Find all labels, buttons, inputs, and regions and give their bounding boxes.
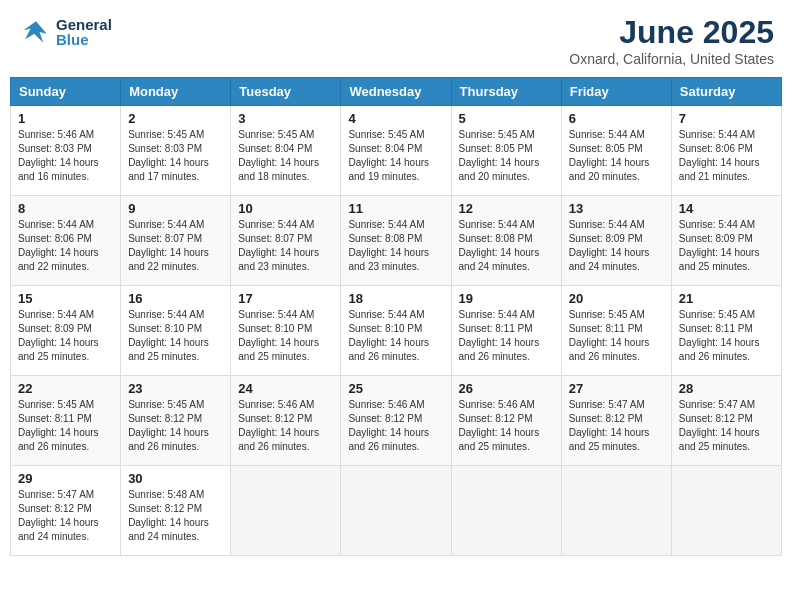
day-number: 23: [128, 381, 223, 396]
calendar-day-30: 30Sunrise: 5:48 AMSunset: 8:12 PMDayligh…: [121, 466, 231, 556]
day-info: Sunrise: 5:45 AMSunset: 8:12 PMDaylight:…: [128, 398, 223, 454]
calendar-week-3: 15Sunrise: 5:44 AMSunset: 8:09 PMDayligh…: [11, 286, 782, 376]
day-number: 12: [459, 201, 554, 216]
calendar-week-1: 1Sunrise: 5:46 AMSunset: 8:03 PMDaylight…: [11, 106, 782, 196]
day-info: Sunrise: 5:45 AMSunset: 8:03 PMDaylight:…: [128, 128, 223, 184]
calendar-day-4: 4Sunrise: 5:45 AMSunset: 8:04 PMDaylight…: [341, 106, 451, 196]
calendar-col-thursday: Thursday: [451, 78, 561, 106]
calendar-table: SundayMondayTuesdayWednesdayThursdayFrid…: [10, 77, 782, 556]
day-info: Sunrise: 5:44 AMSunset: 8:10 PMDaylight:…: [238, 308, 333, 364]
calendar-col-tuesday: Tuesday: [231, 78, 341, 106]
calendar-day-11: 11Sunrise: 5:44 AMSunset: 8:08 PMDayligh…: [341, 196, 451, 286]
calendar-col-friday: Friday: [561, 78, 671, 106]
day-number: 26: [459, 381, 554, 396]
day-number: 20: [569, 291, 664, 306]
day-info: Sunrise: 5:44 AMSunset: 8:09 PMDaylight:…: [18, 308, 113, 364]
title-section: June 2025 Oxnard, California, United Sta…: [569, 14, 774, 67]
month-title: June 2025: [569, 14, 774, 51]
calendar-day-15: 15Sunrise: 5:44 AMSunset: 8:09 PMDayligh…: [11, 286, 121, 376]
day-number: 8: [18, 201, 113, 216]
day-info: Sunrise: 5:44 AMSunset: 8:05 PMDaylight:…: [569, 128, 664, 184]
day-number: 29: [18, 471, 113, 486]
calendar-day-empty: [561, 466, 671, 556]
calendar-week-4: 22Sunrise: 5:45 AMSunset: 8:11 PMDayligh…: [11, 376, 782, 466]
day-info: Sunrise: 5:47 AMSunset: 8:12 PMDaylight:…: [679, 398, 774, 454]
day-number: 10: [238, 201, 333, 216]
calendar-col-saturday: Saturday: [671, 78, 781, 106]
location-text: Oxnard, California, United States: [569, 51, 774, 67]
calendar-day-25: 25Sunrise: 5:46 AMSunset: 8:12 PMDayligh…: [341, 376, 451, 466]
calendar-col-sunday: Sunday: [11, 78, 121, 106]
calendar-header-row: SundayMondayTuesdayWednesdayThursdayFrid…: [11, 78, 782, 106]
day-number: 9: [128, 201, 223, 216]
day-number: 3: [238, 111, 333, 126]
calendar-day-2: 2Sunrise: 5:45 AMSunset: 8:03 PMDaylight…: [121, 106, 231, 196]
calendar-day-22: 22Sunrise: 5:45 AMSunset: 8:11 PMDayligh…: [11, 376, 121, 466]
day-number: 19: [459, 291, 554, 306]
calendar-col-wednesday: Wednesday: [341, 78, 451, 106]
calendar-day-28: 28Sunrise: 5:47 AMSunset: 8:12 PMDayligh…: [671, 376, 781, 466]
day-number: 18: [348, 291, 443, 306]
day-info: Sunrise: 5:44 AMSunset: 8:09 PMDaylight:…: [569, 218, 664, 274]
calendar-day-3: 3Sunrise: 5:45 AMSunset: 8:04 PMDaylight…: [231, 106, 341, 196]
day-number: 5: [459, 111, 554, 126]
day-info: Sunrise: 5:44 AMSunset: 8:08 PMDaylight:…: [348, 218, 443, 274]
calendar-day-empty: [671, 466, 781, 556]
day-number: 14: [679, 201, 774, 216]
day-number: 17: [238, 291, 333, 306]
day-number: 16: [128, 291, 223, 306]
day-number: 30: [128, 471, 223, 486]
calendar-day-29: 29Sunrise: 5:47 AMSunset: 8:12 PMDayligh…: [11, 466, 121, 556]
calendar-day-empty: [341, 466, 451, 556]
calendar-day-26: 26Sunrise: 5:46 AMSunset: 8:12 PMDayligh…: [451, 376, 561, 466]
calendar-day-10: 10Sunrise: 5:44 AMSunset: 8:07 PMDayligh…: [231, 196, 341, 286]
day-info: Sunrise: 5:44 AMSunset: 8:10 PMDaylight:…: [348, 308, 443, 364]
calendar-day-17: 17Sunrise: 5:44 AMSunset: 8:10 PMDayligh…: [231, 286, 341, 376]
calendar-day-27: 27Sunrise: 5:47 AMSunset: 8:12 PMDayligh…: [561, 376, 671, 466]
day-number: 25: [348, 381, 443, 396]
calendar-day-9: 9Sunrise: 5:44 AMSunset: 8:07 PMDaylight…: [121, 196, 231, 286]
day-number: 6: [569, 111, 664, 126]
day-info: Sunrise: 5:48 AMSunset: 8:12 PMDaylight:…: [128, 488, 223, 544]
day-number: 27: [569, 381, 664, 396]
day-number: 4: [348, 111, 443, 126]
calendar-col-monday: Monday: [121, 78, 231, 106]
day-info: Sunrise: 5:45 AMSunset: 8:04 PMDaylight:…: [238, 128, 333, 184]
calendar-day-19: 19Sunrise: 5:44 AMSunset: 8:11 PMDayligh…: [451, 286, 561, 376]
logo-blue-text: Blue: [56, 32, 112, 47]
logo-text: General Blue: [56, 17, 112, 47]
calendar-day-6: 6Sunrise: 5:44 AMSunset: 8:05 PMDaylight…: [561, 106, 671, 196]
day-info: Sunrise: 5:44 AMSunset: 8:09 PMDaylight:…: [679, 218, 774, 274]
calendar-week-2: 8Sunrise: 5:44 AMSunset: 8:06 PMDaylight…: [11, 196, 782, 286]
day-number: 22: [18, 381, 113, 396]
calendar-day-1: 1Sunrise: 5:46 AMSunset: 8:03 PMDaylight…: [11, 106, 121, 196]
day-info: Sunrise: 5:44 AMSunset: 8:07 PMDaylight:…: [128, 218, 223, 274]
calendar-day-20: 20Sunrise: 5:45 AMSunset: 8:11 PMDayligh…: [561, 286, 671, 376]
day-info: Sunrise: 5:44 AMSunset: 8:10 PMDaylight:…: [128, 308, 223, 364]
logo: General Blue: [18, 14, 112, 50]
day-info: Sunrise: 5:45 AMSunset: 8:05 PMDaylight:…: [459, 128, 554, 184]
day-info: Sunrise: 5:47 AMSunset: 8:12 PMDaylight:…: [18, 488, 113, 544]
day-info: Sunrise: 5:46 AMSunset: 8:03 PMDaylight:…: [18, 128, 113, 184]
calendar-day-empty: [451, 466, 561, 556]
day-info: Sunrise: 5:46 AMSunset: 8:12 PMDaylight:…: [238, 398, 333, 454]
calendar-day-5: 5Sunrise: 5:45 AMSunset: 8:05 PMDaylight…: [451, 106, 561, 196]
day-info: Sunrise: 5:46 AMSunset: 8:12 PMDaylight:…: [459, 398, 554, 454]
calendar-day-empty: [231, 466, 341, 556]
svg-marker-0: [23, 21, 46, 43]
calendar-day-7: 7Sunrise: 5:44 AMSunset: 8:06 PMDaylight…: [671, 106, 781, 196]
calendar-day-13: 13Sunrise: 5:44 AMSunset: 8:09 PMDayligh…: [561, 196, 671, 286]
day-info: Sunrise: 5:47 AMSunset: 8:12 PMDaylight:…: [569, 398, 664, 454]
calendar-day-18: 18Sunrise: 5:44 AMSunset: 8:10 PMDayligh…: [341, 286, 451, 376]
day-number: 13: [569, 201, 664, 216]
day-number: 15: [18, 291, 113, 306]
day-number: 11: [348, 201, 443, 216]
calendar-day-16: 16Sunrise: 5:44 AMSunset: 8:10 PMDayligh…: [121, 286, 231, 376]
calendar-day-21: 21Sunrise: 5:45 AMSunset: 8:11 PMDayligh…: [671, 286, 781, 376]
calendar-day-14: 14Sunrise: 5:44 AMSunset: 8:09 PMDayligh…: [671, 196, 781, 286]
calendar-day-23: 23Sunrise: 5:45 AMSunset: 8:12 PMDayligh…: [121, 376, 231, 466]
day-number: 7: [679, 111, 774, 126]
calendar-week-5: 29Sunrise: 5:47 AMSunset: 8:12 PMDayligh…: [11, 466, 782, 556]
day-info: Sunrise: 5:45 AMSunset: 8:11 PMDaylight:…: [679, 308, 774, 364]
day-info: Sunrise: 5:45 AMSunset: 8:04 PMDaylight:…: [348, 128, 443, 184]
